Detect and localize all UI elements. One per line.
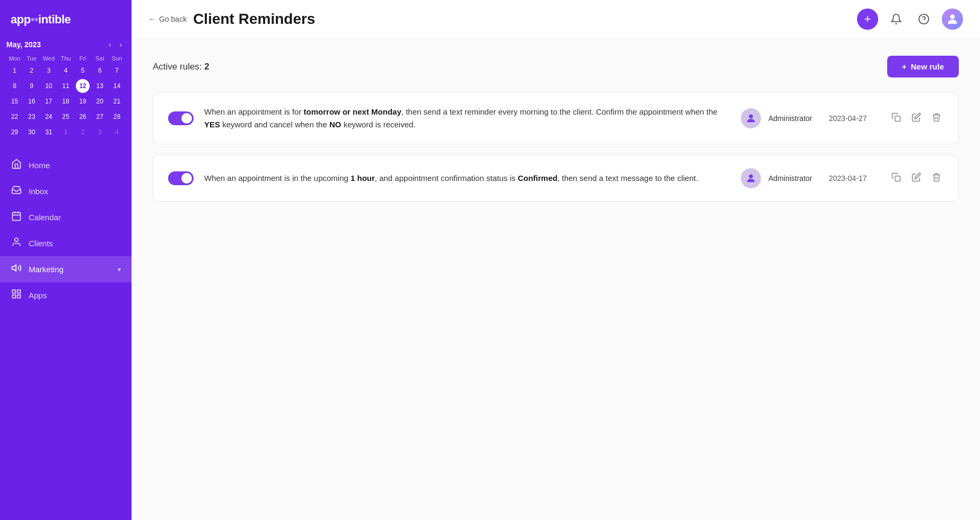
rule-actions-2 <box>889 170 943 187</box>
sidebar-item-calendar[interactable]: Calendar <box>0 204 132 230</box>
rule-toggle-2[interactable] <box>168 171 194 185</box>
cal-day[interactable]: 2 <box>25 64 39 77</box>
main-content: ← Go back Client Reminders + Active rule… <box>132 0 980 520</box>
rule-delete-button-2[interactable] <box>930 170 943 187</box>
active-rules-label: Active rules: 2 <box>153 62 209 72</box>
cal-header-tue: Tue <box>23 54 40 63</box>
rule-meta-2: Administrator 2023-04-17 <box>741 168 943 188</box>
svg-point-4 <box>15 238 19 242</box>
cal-day[interactable]: 1 <box>8 64 22 77</box>
cal-day[interactable]: 23 <box>25 110 39 124</box>
calendar-section: May, 2023 ‹ › Mon Tue Wed Thu Fri Sat Su… <box>0 35 132 148</box>
cal-day[interactable]: 9 <box>25 79 39 93</box>
rule-date-2: 2023-04-17 <box>829 174 882 183</box>
rule-edit-button-2[interactable] <box>909 170 923 187</box>
rule-avatar-1 <box>741 108 761 128</box>
sidebar-item-inbox[interactable]: Inbox <box>0 178 132 204</box>
help-button[interactable] <box>914 10 933 29</box>
rule-card: When an appointment is in the upcoming 1… <box>153 155 959 202</box>
cal-day[interactable]: 28 <box>110 110 124 124</box>
cal-day[interactable]: 10 <box>42 79 56 93</box>
rule-copy-button-1[interactable] <box>889 110 903 127</box>
calendar-next-btn[interactable]: › <box>116 39 125 50</box>
cal-day[interactable]: 31 <box>42 125 56 139</box>
rule-copy-button-2[interactable] <box>889 170 903 187</box>
nav-section: Home Inbox Calendar Clients Marketing <box>0 148 132 520</box>
back-arrow-icon: ← <box>148 15 156 23</box>
calendar-grid: Mon Tue Wed Thu Fri Sat Sun 1 2 3 4 5 6 … <box>6 54 125 140</box>
header: ← Go back Client Reminders + <box>132 0 980 39</box>
new-rule-button[interactable]: + New rule <box>887 56 959 77</box>
rule-author-2: Administrator <box>768 174 821 183</box>
sidebar-item-label: Home <box>29 161 121 170</box>
cal-day[interactable]: 5 <box>76 64 90 77</box>
cal-day[interactable]: 4 <box>59 64 73 77</box>
header-actions: + <box>857 8 963 30</box>
logo: app••intible <box>11 13 121 27</box>
cal-day[interactable]: 22 <box>8 110 22 124</box>
cal-day[interactable]: 3 <box>42 64 56 77</box>
cal-day[interactable]: 14 <box>110 79 124 93</box>
sidebar: app••intible May, 2023 ‹ › Mon Tue Wed T… <box>0 0 132 520</box>
svg-rect-7 <box>18 290 21 293</box>
add-button[interactable]: + <box>857 8 878 30</box>
svg-rect-6 <box>13 290 16 293</box>
cal-day[interactable]: 18 <box>59 94 73 108</box>
cal-day[interactable]: 20 <box>93 94 107 108</box>
cal-day[interactable]: 21 <box>110 94 124 108</box>
rule-actions-1 <box>889 110 943 127</box>
cal-day[interactable]: 30 <box>25 125 39 139</box>
cal-day[interactable]: 19 <box>76 94 90 108</box>
cal-day[interactable]: 29 <box>8 125 22 139</box>
calendar-header: May, 2023 ‹ › <box>6 39 125 50</box>
rule-edit-button-1[interactable] <box>909 110 923 127</box>
cal-day-today[interactable]: 12 <box>76 79 90 93</box>
chevron-down-icon: ▾ <box>118 266 121 273</box>
cal-day-other[interactable]: 3 <box>93 125 107 139</box>
cal-header-thu: Thu <box>57 54 74 63</box>
rule-date-1: 2023-04-27 <box>829 114 882 123</box>
sidebar-item-apps[interactable]: Apps <box>0 282 132 308</box>
page-body: Active rules: 2 + New rule When an appoi… <box>132 39 980 520</box>
svg-point-13 <box>749 115 752 118</box>
cal-day[interactable]: 24 <box>42 110 56 124</box>
cal-day-other[interactable]: 1 <box>59 125 73 139</box>
logo-area: app••intible <box>0 0 132 35</box>
calendar-icon <box>11 211 22 224</box>
svg-rect-8 <box>18 295 21 298</box>
svg-point-12 <box>950 14 955 19</box>
cal-day[interactable]: 15 <box>8 94 22 108</box>
page-title: Client Reminders <box>193 11 857 28</box>
rule-card: When an appointment is for tomorrow or n… <box>153 92 959 144</box>
rule-toggle-1[interactable] <box>168 111 194 125</box>
cal-day-other[interactable]: 2 <box>76 125 90 139</box>
cal-day[interactable]: 26 <box>76 110 90 124</box>
avatar[interactable] <box>942 8 963 30</box>
notifications-button[interactable] <box>887 10 906 29</box>
sidebar-item-label: Clients <box>29 239 121 248</box>
svg-rect-16 <box>895 176 900 181</box>
cal-day-other[interactable]: 4 <box>110 125 124 139</box>
sidebar-item-label: Inbox <box>29 187 121 196</box>
rules-header: Active rules: 2 + New rule <box>153 56 959 77</box>
cal-day[interactable]: 8 <box>8 79 22 93</box>
cal-header-wed: Wed <box>40 54 57 63</box>
rule-delete-button-1[interactable] <box>930 110 943 127</box>
cal-day[interactable]: 16 <box>25 94 39 108</box>
cal-day[interactable]: 7 <box>110 64 124 77</box>
cal-day[interactable]: 13 <box>93 79 107 93</box>
cal-day[interactable]: 17 <box>42 94 56 108</box>
cal-day[interactable]: 11 <box>59 79 73 93</box>
calendar-month-label: May, 2023 <box>6 40 41 49</box>
back-button[interactable]: ← Go back <box>148 15 187 23</box>
sidebar-item-clients[interactable]: Clients <box>0 230 132 256</box>
rule-author-1: Administrator <box>768 114 821 123</box>
svg-rect-0 <box>13 212 21 220</box>
active-rules-count: 2 <box>204 62 209 72</box>
sidebar-item-marketing[interactable]: Marketing ▾ <box>0 256 132 282</box>
sidebar-item-home[interactable]: Home <box>0 152 132 178</box>
calendar-prev-btn[interactable]: ‹ <box>106 39 115 50</box>
cal-day[interactable]: 27 <box>93 110 107 124</box>
cal-day[interactable]: 25 <box>59 110 73 124</box>
cal-day[interactable]: 6 <box>93 64 107 77</box>
